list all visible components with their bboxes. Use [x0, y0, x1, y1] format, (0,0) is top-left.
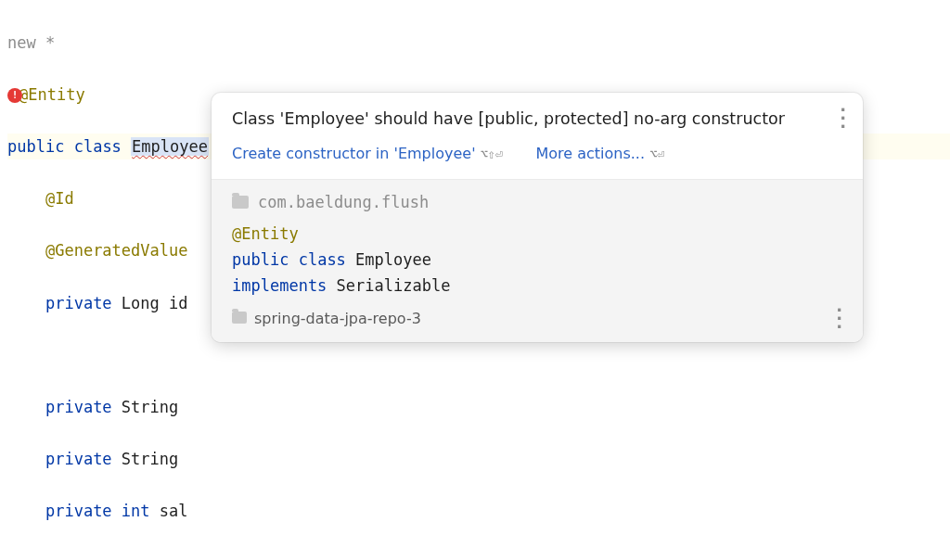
- more-actions-link[interactable]: More actions...: [535, 145, 645, 162]
- inlay-new: new *: [7, 33, 55, 52]
- annotation-id: @Id: [45, 189, 74, 208]
- annotation-entity: @Entity: [19, 85, 85, 104]
- package-icon: [232, 196, 249, 209]
- popup-more-icon[interactable]: ···: [840, 106, 846, 131]
- shortcut-create: ⌥⇧⏎: [481, 146, 503, 161]
- annotation-generated: @GeneratedValue: [45, 241, 188, 260]
- shortcut-more: ⌥⏎: [649, 146, 664, 161]
- module-label: spring-data-jpa-repo-3: [232, 307, 421, 331]
- create-constructor-action[interactable]: Create constructor in 'Employee': [232, 145, 476, 162]
- inspection-popup: Class 'Employee' should have [public, pr…: [212, 93, 863, 342]
- package-name: com.baeldung.flush: [258, 189, 429, 215]
- module-icon: [232, 312, 247, 324]
- class-name[interactable]: Employee: [131, 137, 209, 156]
- inspection-title: Class 'Employee' should have [public, pr…: [232, 106, 785, 133]
- preview-annotation: @Entity: [232, 224, 299, 243]
- popup-footer-more-icon[interactable]: ···: [836, 306, 842, 331]
- popup-actions-row: Create constructor in 'Employee' ⌥⇧⏎ Mor…: [232, 142, 846, 166]
